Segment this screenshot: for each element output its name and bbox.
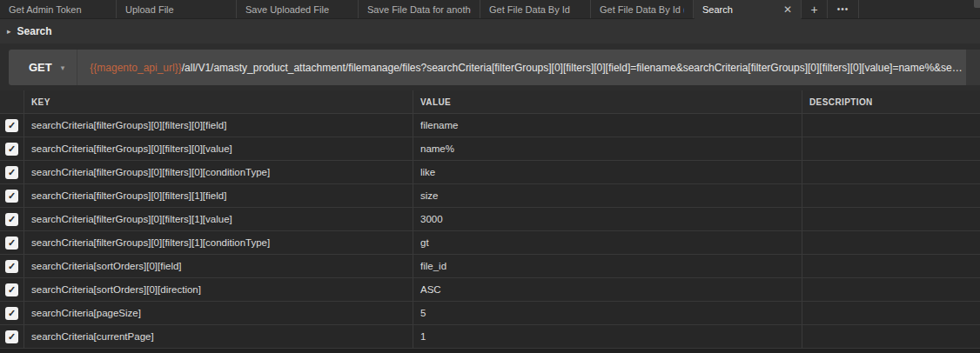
param-key[interactable]: searchCriteria[filterGroups][0][filters]… <box>24 137 413 161</box>
tab-label: Search <box>702 4 733 15</box>
param-row: ✓searchCriteria[filterGroups][0][filters… <box>0 231 980 255</box>
environment-variable: {{magento_api_url}} <box>90 62 181 74</box>
param-description[interactable] <box>802 114 980 137</box>
param-row: ✓searchCriteria[sortOrders][0][field]fil… <box>0 255 980 278</box>
param-value[interactable]: file_id <box>413 255 802 278</box>
param-enabled-checkbox[interactable]: ✓ <box>5 236 18 250</box>
method-selector[interactable]: GET ▾ <box>9 50 77 85</box>
param-value[interactable]: 1 <box>413 325 802 349</box>
url-bar-end-cap <box>966 50 980 85</box>
header-checkbox-cell <box>0 90 24 114</box>
param-key[interactable]: searchCriteria[filterGroups][0][filters]… <box>24 161 413 184</box>
param-key[interactable]: searchCriteria[filterGroups][0][filters]… <box>24 114 413 137</box>
header-description: DESCRIPTION <box>802 90 980 114</box>
tab-get-file-data-by-id-default[interactable]: Get File Data By Id (Default <box>591 0 694 18</box>
param-enabled-checkbox[interactable]: ✓ <box>5 330 18 343</box>
param-enabled-checkbox[interactable]: ✓ <box>5 143 18 156</box>
tab-label: Get File Data By Id <box>489 4 570 15</box>
tab-upload-file[interactable]: Upload File <box>117 0 237 18</box>
param-value[interactable]: filename <box>413 114 802 137</box>
tab-label: Save File Data for another s <box>367 4 471 15</box>
url-input[interactable]: {{magento_api_url}}/all/V1/amasty_produc… <box>77 62 966 74</box>
param-description[interactable] <box>802 302 980 325</box>
param-description[interactable] <box>802 231 980 255</box>
url-path: /all/V1/amasty_product_attachment/filema… <box>182 62 966 74</box>
param-description[interactable] <box>802 161 980 184</box>
tab-options-button[interactable]: ••• <box>828 0 859 18</box>
next-row-edge <box>0 349 980 353</box>
param-enabled-checkbox[interactable]: ✓ <box>5 190 18 203</box>
param-description[interactable] <box>802 255 980 278</box>
header-key: KEY <box>24 90 413 114</box>
tab-get-admin-token[interactable]: Get Admin Token <box>0 0 117 18</box>
param-checkbox-cell: ✓ <box>0 161 24 184</box>
param-checkbox-cell: ✓ <box>0 325 24 349</box>
param-checkbox-cell: ✓ <box>0 255 24 278</box>
tab-save-file-data-for-another-s[interactable]: Save File Data for another s <box>359 0 480 18</box>
request-url-row: GET ▾ {{magento_api_url}}/all/V1/amasty_… <box>0 43 980 90</box>
request-section-title: Search <box>17 25 52 37</box>
tab-label: Save Uploaded File <box>245 4 329 15</box>
param-checkbox-cell: ✓ <box>0 278 24 302</box>
param-description[interactable] <box>802 208 980 231</box>
tab-bar: Get Admin TokenUpload FileSave Uploaded … <box>0 0 980 19</box>
new-tab-button[interactable]: + <box>802 0 828 18</box>
param-key[interactable]: searchCriteria[filterGroups][0][filters]… <box>24 231 413 255</box>
tab-get-file-data-by-id[interactable]: Get File Data By Id <box>480 0 591 18</box>
param-description[interactable] <box>802 184 980 208</box>
tab-label: Get File Data By Id (Default <box>600 4 684 15</box>
param-row: ✓searchCriteria[filterGroups][0][filters… <box>0 208 980 231</box>
chevron-down-icon: ▾ <box>61 63 65 72</box>
tab-label: Upload File <box>125 4 174 15</box>
param-row: ✓searchCriteria[filterGroups][0][filters… <box>0 114 980 137</box>
param-enabled-checkbox[interactable]: ✓ <box>5 119 18 132</box>
param-description[interactable] <box>802 137 980 161</box>
param-value[interactable]: size <box>413 184 802 208</box>
tab-label: Get Admin Token <box>9 4 82 15</box>
param-enabled-checkbox[interactable]: ✓ <box>5 213 18 226</box>
param-key[interactable]: searchCriteria[sortOrders][0][field] <box>24 255 413 278</box>
param-value[interactable]: gt <box>413 231 802 255</box>
method-label: GET <box>29 61 52 74</box>
param-enabled-checkbox[interactable]: ✓ <box>5 307 18 320</box>
param-key[interactable]: searchCriteria[pageSize] <box>24 302 413 325</box>
param-enabled-checkbox[interactable]: ✓ <box>5 260 18 273</box>
collapse-arrow-icon: ▸ <box>7 27 11 36</box>
query-params-table: KEY VALUE DESCRIPTION ✓searchCriteria[fi… <box>0 90 980 353</box>
param-value[interactable]: name% <box>413 137 802 161</box>
param-value[interactable]: 3000 <box>413 208 802 231</box>
request-section-header[interactable]: ▸ Search <box>0 19 980 43</box>
param-checkbox-cell: ✓ <box>0 208 24 231</box>
param-row: ✓searchCriteria[sortOrders][0][direction… <box>0 278 980 302</box>
param-key[interactable]: searchCriteria[filterGroups][0][filters]… <box>24 184 413 208</box>
request-bar: GET ▾ {{magento_api_url}}/all/V1/amasty_… <box>9 50 980 85</box>
tab-search[interactable]: Search✕ <box>694 0 802 19</box>
param-checkbox-cell: ✓ <box>0 137 24 161</box>
param-checkbox-cell: ✓ <box>0 184 24 208</box>
param-enabled-checkbox[interactable]: ✓ <box>5 166 18 179</box>
param-key[interactable]: searchCriteria[sortOrders][0][direction] <box>24 278 413 302</box>
param-description[interactable] <box>802 325 980 349</box>
close-tab-icon[interactable]: ✕ <box>783 3 792 16</box>
header-value: VALUE <box>413 90 802 114</box>
param-row: ✓searchCriteria[pageSize]5 <box>0 302 980 325</box>
tab-save-uploaded-file[interactable]: Save Uploaded File <box>237 0 359 18</box>
param-checkbox-cell: ✓ <box>0 231 24 255</box>
param-key[interactable]: searchCriteria[filterGroups][0][filters]… <box>24 208 413 231</box>
param-key[interactable]: searchCriteria[currentPage] <box>24 325 413 349</box>
param-checkbox-cell: ✓ <box>0 302 24 325</box>
param-row: ✓searchCriteria[filterGroups][0][filters… <box>0 137 980 161</box>
param-enabled-checkbox[interactable]: ✓ <box>5 283 18 296</box>
params-header-row: KEY VALUE DESCRIPTION <box>0 90 980 114</box>
param-row: ✓searchCriteria[filterGroups][0][filters… <box>0 184 980 208</box>
param-description[interactable] <box>802 278 980 302</box>
param-value[interactable]: like <box>413 161 802 184</box>
param-row: ✓searchCriteria[currentPage]1 <box>0 325 980 349</box>
param-row: ✓searchCriteria[filterGroups][0][filters… <box>0 161 980 184</box>
param-value[interactable]: ASC <box>413 278 802 302</box>
param-checkbox-cell: ✓ <box>0 114 24 137</box>
param-value[interactable]: 5 <box>413 302 802 325</box>
corner-fragment <box>974 0 980 8</box>
